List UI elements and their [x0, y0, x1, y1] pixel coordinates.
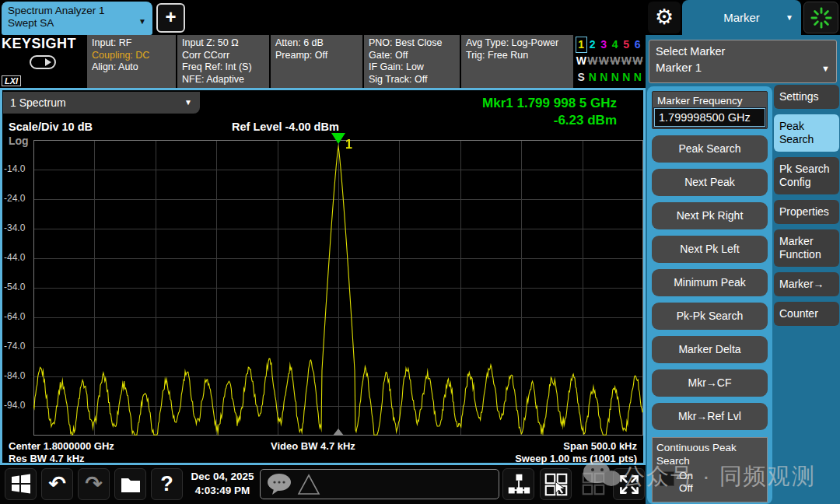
infobar-segment: Input: RFCoupling: DCAlign: Auto	[87, 35, 176, 88]
trace-type[interactable]: W	[598, 53, 610, 69]
continuous-peak-title-1: Continuous Peak	[656, 441, 763, 454]
trace-type[interactable]: W	[576, 53, 587, 69]
gear-icon[interactable]: ⚙	[648, 2, 681, 33]
infobar-field: PNO: Best Close	[369, 37, 455, 50]
panel-button-next-pk-right[interactable]: Next Pk Right	[652, 202, 768, 229]
menu-tab-properties[interactable]: Properties	[774, 200, 839, 224]
marker-frequency-field[interactable]: 1.799998500 GHz	[654, 108, 765, 127]
infobar-segment: Atten: 6 dBPreamp: Off	[271, 35, 362, 88]
menu-tab-counter[interactable]: Counter	[774, 302, 839, 326]
app-tab-title: Spectrum Analyzer 1	[8, 5, 146, 17]
chevron-down-icon: ▼	[786, 0, 793, 35]
y-axis-tick-label: -64.0	[4, 311, 32, 322]
y-axis-tick-label: -14.0	[4, 163, 32, 174]
scale-per-div-label[interactable]: Scale/Div 10 dB	[9, 121, 93, 133]
marker-control-panel: Select Marker Marker 1 ▼ Marker Frequenc…	[646, 35, 840, 504]
continuous-peak-on-option[interactable]: On	[679, 470, 693, 482]
panel-button-mkr-cf[interactable]: Mkr→CF	[652, 369, 768, 397]
continuous-peak-off-option[interactable]: Off	[679, 482, 693, 495]
panel-button-next-peak[interactable]: Next Peak	[652, 169, 768, 196]
sequence-setup-button[interactable]	[502, 468, 534, 500]
span-annotation[interactable]: Span 500.0 kHz	[563, 440, 637, 452]
continuous-peak-title-2: Search	[656, 454, 763, 467]
trace-detector[interactable]: N	[598, 69, 610, 86]
res-bw-annotation[interactable]: Res BW 4.7 kHz	[9, 453, 85, 464]
infobar-field: IF Gain: Low	[369, 61, 455, 74]
windows-icon	[11, 474, 31, 494]
app-tab-spectrum-analyzer[interactable]: Spectrum Analyzer 1 Swept SA ▼	[2, 2, 152, 35]
undo-button[interactable]: ↶	[41, 468, 73, 500]
infobar-field: Input Z: 50 Ω	[182, 37, 264, 50]
panel-button-pk-pk-search[interactable]: Pk-Pk Search	[652, 303, 768, 330]
top-bar: Spectrum Analyzer 1 Swept SA ▼ + ⚙ Marke…	[0, 0, 840, 35]
menu-tab-pk-search-config[interactable]: Pk Search Config	[774, 157, 839, 194]
node-sequence-icon	[507, 473, 530, 496]
panel-button-next-pk-left[interactable]: Next Pk Left	[652, 236, 768, 263]
file-folder-button[interactable]	[114, 468, 146, 500]
trace-detector[interactable]: N	[632, 69, 644, 86]
annotation-bar[interactable]	[260, 469, 499, 499]
trace-type[interactable]: W	[621, 53, 632, 69]
fullscreen-button[interactable]	[613, 468, 645, 500]
trace-number[interactable]: 3	[598, 37, 610, 53]
trace-detector[interactable]: N	[610, 69, 621, 86]
add-tab-button[interactable]: +	[156, 3, 185, 33]
trace-detector[interactable]: N	[621, 69, 632, 86]
redo-button[interactable]: ↷	[78, 468, 110, 500]
window-selector-dropdown[interactable]: 1 Spectrum ▼	[3, 92, 200, 114]
spectrum-plot[interactable]	[33, 140, 643, 436]
panel-button-minimum-peak[interactable]: Minimum Peak	[652, 269, 768, 296]
infobar-segment: Avg Type: Log-PowerTrig: Free Run	[461, 35, 573, 88]
trace-type[interactable]: W	[587, 53, 599, 69]
windows-start-button[interactable]	[5, 468, 37, 500]
infobar-field: Input: RF	[92, 37, 171, 50]
trace-detector[interactable]: N	[587, 69, 599, 86]
continuous-peak-search-group[interactable]: Continuous Peak Search On Off	[652, 437, 768, 502]
help-button[interactable]: ?	[151, 468, 183, 500]
marker1-number: 1	[345, 138, 352, 152]
folder-icon	[121, 476, 141, 493]
mode-tab-marker[interactable]: Marker ▼	[682, 0, 801, 35]
trace-state-table[interactable]: 123456WWWWWWSNNNNN	[575, 35, 646, 88]
trace-number[interactable]: 5	[621, 37, 632, 53]
trace-type[interactable]: W	[632, 53, 644, 69]
spectrum-chart-window: 1 Spectrum ▼ Scale/Div 10 dB Ref Level -…	[0, 88, 646, 465]
panel-button-mkr-ref-lvl[interactable]: Mkr→Ref Lvl	[652, 403, 768, 430]
datetime-display[interactable]: Dec 04, 2025 4:03:49 PM	[187, 470, 258, 498]
menu-tab-settings[interactable]: Settings	[774, 85, 839, 109]
ref-level-label[interactable]: Ref Level -4.00 dBm	[232, 121, 339, 133]
trace-numbers-row: 123456	[576, 37, 645, 53]
infobar-segment: PNO: Best CloseGate: OffIF Gain: LowSig …	[364, 35, 460, 88]
trace-number[interactable]: 2	[587, 37, 599, 53]
trace-number[interactable]: 4	[610, 37, 621, 53]
select-marker-value: Marker 1	[656, 59, 830, 76]
chevron-down-icon: ▼	[184, 92, 192, 114]
trace-detector[interactable]: S	[576, 69, 587, 86]
infobar-segment: Input Z: 50 ΩCorr CCorrFreq Ref: Int (S)…	[177, 35, 269, 88]
peak-search-buttons: Peak SearchNext PeakNext Pk RightNext Pk…	[652, 135, 768, 430]
trace-number[interactable]: 6	[632, 37, 644, 53]
continuous-peak-checkbox[interactable]	[660, 471, 674, 486]
busy-spinner-button[interactable]	[803, 2, 838, 33]
panel-button-marker-delta[interactable]: Marker Delta	[652, 336, 768, 363]
window-arrange-button[interactable]	[540, 468, 572, 500]
panel-button-peak-search[interactable]: Peak Search	[652, 135, 768, 163]
center-frequency-annotation[interactable]: Center 1.8000000 GHz	[9, 440, 114, 452]
window-selector-label: 1 Spectrum	[10, 96, 66, 109]
video-bw-annotation[interactable]: Video BW 4.7 kHz	[271, 440, 355, 452]
app-tab-subtitle: Swept SA	[8, 17, 146, 30]
menu-tab-peak-search[interactable]: Peak Search	[774, 114, 839, 152]
keysight-logo: KEYSIGHT	[0, 35, 86, 53]
infobar-field: Gate: Off	[369, 50, 455, 62]
menu-tab-marker-function[interactable]: Marker Function	[774, 229, 839, 267]
select-marker-dropdown[interactable]: Select Marker Marker 1 ▼	[649, 40, 837, 83]
marker1-flag-icon[interactable]	[331, 133, 345, 144]
marker-readout-frequency: Mkr1 1.799 998 5 GHz	[482, 95, 617, 112]
chevron-down-icon: ▼	[138, 17, 146, 26]
menu-tab-marker-[interactable]: Marker→	[774, 272, 839, 296]
trace-number[interactable]: 1	[576, 37, 587, 53]
trace-type[interactable]: W	[610, 53, 621, 69]
spinner-icon	[810, 6, 832, 30]
sweep-annotation[interactable]: Sweep 1.00 ms (1001 pts)	[515, 453, 637, 464]
chevron-down-icon: ▼	[821, 64, 830, 73]
